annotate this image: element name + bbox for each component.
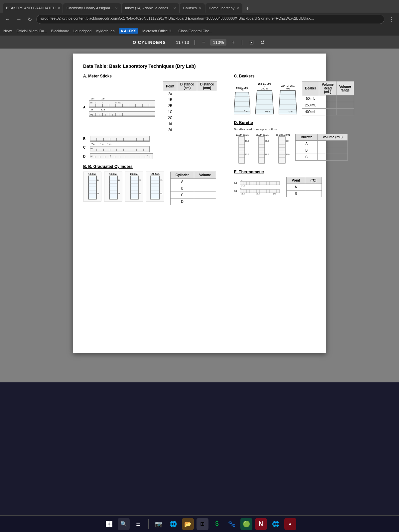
camera-app-icon[interactable]: 📷 — [153, 518, 165, 530]
pdf-content: Data Table: Basic Laboratory Techniques … — [0, 49, 399, 515]
close-tab-icon[interactable]: ✕ — [236, 6, 239, 10]
taskbar: 🔍 ☰ 📷 🌐 📂 ⊞ $ 🐾 🟢 N 🌐 ● — [0, 515, 399, 532]
cylinder-table: Cylinder Volume A B — [170, 172, 216, 205]
cyl-a-label: 10.0mL — [88, 173, 96, 175]
fullscreen-button[interactable]: ⊡ — [248, 39, 255, 46]
bookmark-office[interactable]: Microsoft Office H... — [142, 29, 174, 33]
cylinder-d-img: 100.0mL 85.0 85.C — [146, 172, 164, 201]
browser-app-icon[interactable]: 🌐 — [167, 518, 179, 530]
pet-app-icon[interactable]: 🐾 — [226, 518, 238, 530]
apps-icon[interactable]: ⊞ — [197, 518, 208, 530]
svg-text:7 8 9 10 11: 7 8 9 10 11 — [115, 102, 123, 104]
new-tab-button[interactable]: + — [243, 6, 252, 13]
table-row: B — [171, 185, 216, 192]
rotate-button[interactable]: ↺ — [259, 39, 266, 46]
table-row: D — [171, 199, 216, 205]
tab-courses[interactable]: Courses ✕ — [180, 3, 205, 13]
burettes-row: 10.0m ±0.01 16.0 10.0 — [234, 134, 354, 165]
table-row: C — [296, 154, 348, 161]
svg-text:3.00: 3.00 — [118, 179, 120, 181]
tab-bartleby[interactable]: Home | bartleby ✕ — [205, 3, 242, 13]
svg-text:0 ml: 0 ml — [265, 110, 270, 113]
svg-rect-26 — [90, 136, 150, 141]
close-tab-icon[interactable]: ✕ — [115, 6, 118, 10]
ruler-c-label: C — [83, 146, 87, 149]
forward-button[interactable]: → — [15, 16, 23, 23]
zoom-out-button[interactable]: − — [200, 39, 207, 46]
game-icon[interactable]: 🟢 — [240, 518, 252, 530]
tab-chemistry[interactable]: Chemistry Library Assignm... ✕ — [63, 3, 121, 13]
thermometer-scales: A1 — [234, 180, 280, 195]
thermometer-table: Point (°C) A B — [286, 177, 322, 197]
svg-rect-69 — [109, 176, 117, 199]
thermo-col-celsius: (°C) — [305, 177, 322, 184]
address-bar[interactable]: -prod-fleet02-xythos.content.blackboardc… — [36, 15, 384, 24]
address-bar-row: ← → ↻ -prod-fleet02-xythos.content.black… — [0, 13, 399, 26]
start-button[interactable] — [103, 518, 115, 530]
ruler-a-mm: mm — [89, 111, 155, 117]
burette-col-volume: Volume (mL) — [318, 134, 348, 141]
section-d-title: D. Burette — [234, 120, 354, 125]
beaker-50ml: 50 mL ±5% 50 0 ml — [234, 87, 250, 115]
ruler-a-cm: cm — [89, 100, 155, 108]
svg-text:0 ml: 0 ml — [244, 110, 248, 112]
dollar-app-icon[interactable]: $ — [211, 518, 223, 530]
pdf-title: O CYLINDERS — [133, 40, 166, 45]
bookmark-launchpad[interactable]: Launchpad — [73, 29, 91, 33]
refresh-button[interactable]: ↻ — [26, 16, 34, 23]
col-dist-cm: Distance (cm) — [177, 81, 197, 91]
bookmark-class[interactable]: Class General Che... — [178, 29, 212, 33]
svg-text:17.0: 17.0 — [273, 193, 276, 195]
svg-text:36.0: 36.0 — [286, 140, 290, 142]
section-a-title: A. Meter Sticks — [83, 74, 217, 78]
svg-rect-130 — [279, 137, 285, 163]
bookmark-aleks[interactable]: A ALEKS — [119, 28, 138, 34]
task-view-button[interactable]: ☰ — [132, 518, 144, 530]
files-app-icon[interactable]: 📂 — [182, 518, 194, 530]
ruler-row-c: C 7in 1in 1oo cm — [83, 143, 217, 152]
cylinder-a-img: 10.0mL 3.00 2.00 — [83, 172, 101, 201]
pdf-toolbar: O CYLINDERS 11 / 13 | − 110% + | ⊡ ↺ — [0, 36, 399, 49]
netflix-icon[interactable]: N — [255, 518, 267, 530]
table-row: 250 mL — [302, 102, 354, 109]
search-icon[interactable]: 🔍 — [118, 518, 130, 530]
thermometers-row: A1 — [234, 177, 354, 197]
cylinder-c-img: 25.0mL 22.0 21.0 — [125, 172, 143, 201]
svg-marker-99 — [255, 90, 274, 114]
table-row: 2d — [163, 127, 217, 133]
tab-inbox[interactable]: Inbox (14) - daniella.cones... ✕ — [122, 3, 179, 13]
back-button[interactable]: ← — [3, 16, 12, 23]
section-b-title: B. B. Graduated Cylinders — [83, 164, 217, 169]
close-tab-icon[interactable]: ✕ — [173, 6, 176, 10]
svg-text:85.0: 85.0 — [160, 179, 163, 181]
google-icon[interactable]: 🌐 — [270, 518, 282, 530]
bookmark-news[interactable]: News — [3, 29, 13, 33]
close-tab-icon[interactable]: ✕ — [58, 6, 60, 10]
zoom-in-button[interactable]: + — [230, 39, 236, 46]
table-row: 1C — [163, 109, 217, 115]
svg-text:1A: 1A — [240, 180, 243, 182]
meter-stick-table: Point Distance (cm) Distance (mm) 2a 1B … — [163, 81, 217, 133]
svg-text:15.0: 15.0 — [241, 193, 245, 195]
bookmark-blackboard[interactable]: Blackboard — [51, 29, 69, 33]
svg-text:16.0: 16.0 — [256, 193, 260, 195]
burette-table: Burette Volume (mL) A B — [295, 134, 348, 161]
table-row: 50 mL — [302, 95, 354, 102]
table-row: A — [296, 141, 348, 147]
beaker-col-volume: Volume Read (mL) — [319, 81, 336, 95]
bookmark-miami[interactable]: Official Miami Da... — [17, 29, 47, 33]
close-tab-icon[interactable]: ✕ — [199, 6, 201, 10]
table-row: B — [296, 147, 348, 154]
bookmark-mymathlab[interactable]: MyMathLab — [95, 29, 114, 33]
ruler-d: cm — [90, 153, 153, 159]
svg-rect-45 — [90, 154, 153, 158]
cyl-c-label: 25.0mL — [130, 173, 138, 175]
browser-chrome: BEAKERS AND GRADUATED ✕ Chemistry Librar… — [0, 0, 399, 36]
extensions-button[interactable]: ⋮ — [387, 16, 396, 23]
ruler-row-b: B — [83, 136, 217, 142]
svg-text:7: 7 — [147, 155, 148, 157]
ruler-c: cm — [90, 146, 150, 152]
dots-icon[interactable]: ● — [284, 518, 296, 530]
tab-bar: BEAKERS AND GRADUATED ✕ Chemistry Librar… — [0, 0, 399, 13]
tab-beakers[interactable]: BEAKERS AND GRADUATED ✕ — [3, 3, 63, 13]
